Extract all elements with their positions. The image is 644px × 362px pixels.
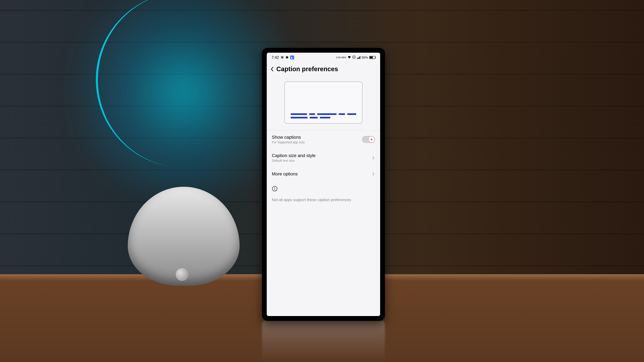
signal-icon [357, 56, 360, 59]
more-options-title: More options [272, 171, 298, 177]
phone-frame: 7:42 ✻ ✱ ◧ 0.00 KB/S 56% [262, 48, 385, 321]
show-captions-title: Show captions [272, 135, 305, 140]
caption-preview-lines [291, 113, 356, 118]
status-app-icon: ◧ [290, 55, 294, 59]
page-header: Caption preferences [267, 62, 380, 77]
status-battery-text: 56% [362, 56, 368, 59]
chevron-right-icon [372, 156, 375, 160]
info-section: Not all apps support these caption prefe… [267, 181, 380, 207]
show-captions-row[interactable]: Show captions For supported app only [267, 130, 380, 149]
info-icon [272, 186, 278, 192]
caption-preview-row [267, 77, 380, 130]
do-not-disturb-icon [352, 55, 356, 59]
status-data-rate: 0.00 KB/S [336, 56, 346, 58]
status-time: 7:42 [272, 55, 279, 60]
svg-point-3 [274, 187, 275, 188]
more-options-row[interactable]: More options [267, 167, 380, 181]
page-title: Caption preferences [276, 65, 338, 73]
caption-style-subtitle: Default text size [272, 159, 316, 162]
caption-style-row[interactable]: Caption size and style Default text size [267, 149, 380, 167]
wifi-icon [348, 56, 351, 59]
phone-screen: 7:42 ✻ ✱ ◧ 0.00 KB/S 56% [267, 53, 380, 316]
snowflake-icon: ✻ [281, 55, 284, 60]
svg-rect-4 [274, 188, 275, 190]
caption-preview-card[interactable] [284, 81, 362, 124]
info-text: Not all apps support these caption prefe… [272, 198, 375, 202]
show-captions-subtitle: For supported app only [272, 140, 305, 144]
back-button[interactable] [270, 67, 274, 71]
status-bar: 7:42 ✻ ✱ ◧ 0.00 KB/S 56% [267, 53, 380, 62]
bluetooth-icon: ✱ [286, 55, 288, 60]
battery-icon [369, 56, 375, 59]
chevron-right-icon [372, 172, 375, 176]
phone-reflection [262, 321, 385, 362]
show-captions-toggle[interactable] [362, 136, 375, 143]
caption-style-title: Caption size and style [272, 153, 316, 158]
